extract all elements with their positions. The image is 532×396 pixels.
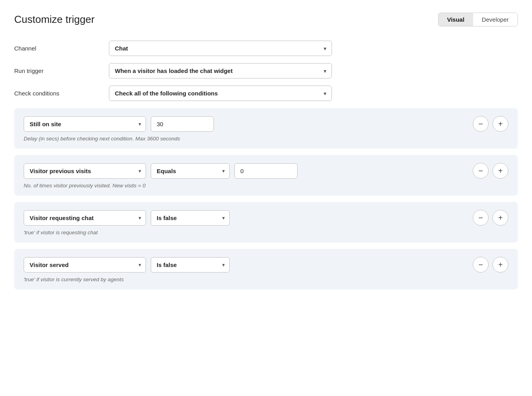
condition-block-3: Visitor requesting chat Still on site Vi… [14,202,518,243]
condition-operator-wrapper-4: Is false Is true ▾ [151,257,230,273]
condition-type-select-1[interactable]: Still on site Visitor previous visits Vi… [24,116,146,132]
condition-block-4: Visitor served Still on site Visitor pre… [14,249,518,290]
developer-tab[interactable]: Developer [473,13,517,26]
form-section: Channel Chat Email ▾ Run trigger When a … [14,41,518,101]
btn-group-4: − + [471,257,508,273]
condition-hint-1: Delay (in secs) before checking next con… [24,136,508,142]
condition-type-wrapper-4: Visitor served Still on site Visitor pre… [24,257,146,273]
condition-type-wrapper-2: Visitor previous visits Still on site Vi… [24,163,146,179]
remove-condition-2-button[interactable]: − [473,163,489,179]
add-condition-2-button[interactable]: + [493,163,508,179]
channel-label: Channel [14,45,109,52]
condition-operator-select-3[interactable]: Is false Is true [151,210,230,226]
run-trigger-label: Run trigger [14,67,109,74]
condition-value-input-2[interactable] [234,163,298,179]
remove-condition-3-button[interactable]: − [473,210,489,226]
btn-group-2: − + [471,163,508,179]
condition-operator-wrapper-3: Is false Is true ▾ [151,210,230,226]
condition-block-2: Visitor previous visits Still on site Vi… [14,155,518,196]
page-title: Customize trigger [14,13,95,26]
remove-condition-4-button[interactable]: − [473,257,489,273]
condition-row-2: Visitor previous visits Still on site Vi… [24,163,508,179]
add-condition-4-button[interactable]: + [493,257,508,273]
remove-condition-1-button[interactable]: − [473,116,489,132]
add-condition-1-button[interactable]: + [493,116,508,132]
page-header: Customize trigger Visual Developer [14,13,518,26]
condition-operator-select-4[interactable]: Is false Is true [151,257,230,273]
condition-type-wrapper-1: Still on site Visitor previous visits Vi… [24,116,146,132]
condition-operator-wrapper-2: Equals Greater than Less than ▾ [151,163,230,179]
condition-hint-4: 'true' if visitor is currently served by… [24,276,508,282]
condition-block-1: Still on site Visitor previous visits Vi… [14,108,518,149]
channel-row: Channel Chat Email ▾ [14,41,518,56]
check-conditions-select[interactable]: Check all of the following conditions Ch… [109,86,332,101]
condition-row-4: Visitor served Still on site Visitor pre… [24,257,508,273]
condition-type-select-3[interactable]: Visitor requesting chat Still on site Vi… [24,210,146,226]
conditions-container: Still on site Visitor previous visits Vi… [14,108,518,290]
run-trigger-select[interactable]: When a visitor has loaded the chat widge… [109,63,332,78]
condition-operator-select-2[interactable]: Equals Greater than Less than [151,163,230,179]
condition-value-input-1[interactable] [151,116,214,132]
run-trigger-select-wrapper: When a visitor has loaded the chat widge… [109,63,332,78]
condition-hint-2: No. of times visitor previously visited.… [24,183,508,189]
condition-hint-3: 'true' if visitor is requesting chat [24,230,508,235]
condition-type-wrapper-3: Visitor requesting chat Still on site Vi… [24,210,146,226]
condition-type-select-2[interactable]: Visitor previous visits Still on site Vi… [24,163,146,179]
check-conditions-label: Check conditions [14,90,109,97]
view-toggle: Visual Developer [438,13,518,26]
condition-row-3: Visitor requesting chat Still on site Vi… [24,210,508,226]
check-conditions-row: Check conditions Check all of the follow… [14,86,518,101]
condition-type-select-4[interactable]: Visitor served Still on site Visitor pre… [24,257,146,273]
visual-tab[interactable]: Visual [438,13,473,26]
add-condition-3-button[interactable]: + [493,210,508,226]
channel-select-wrapper: Chat Email ▾ [109,41,332,56]
run-trigger-row: Run trigger When a visitor has loaded th… [14,63,518,78]
condition-row-1: Still on site Visitor previous visits Vi… [24,116,508,132]
btn-group-3: − + [471,210,508,226]
channel-select[interactable]: Chat Email [109,41,332,56]
btn-group-1: − + [471,116,508,132]
check-conditions-select-wrapper: Check all of the following conditions Ch… [109,86,332,101]
